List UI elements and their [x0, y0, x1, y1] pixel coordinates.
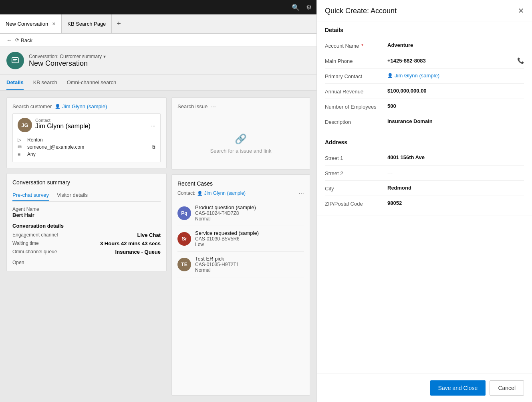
address-section: Address Street 1 4001 156th Ave Street 2… [317, 134, 532, 216]
case-item-2[interactable]: Sr Service requested (sample) CAS-01030-… [177, 226, 304, 252]
top-bar: 🔍 ⚙ [0, 0, 316, 14]
search-issue-label: Search issue [177, 103, 208, 109]
summary-tab-pre-chat[interactable]: Pre-chat survey [12, 190, 49, 201]
main-phone-row: Main Phone +1425-882-8083 📞 [325, 53, 524, 69]
tabs-bar: New Conversation ✕ KB Search Page + [0, 14, 316, 34]
conversation-title-area: Conversation: Customer summary ▾ New Con… [29, 54, 106, 68]
primary-contact-value[interactable]: 👤 Jim Glynn (sample) [387, 73, 524, 79]
primary-contact-row: Primary Contact 👤 Jim Glynn (sample) [325, 69, 524, 84]
zip-label: ZIP/Postal Code [325, 200, 381, 207]
street1-value[interactable]: 4001 156th Ave [387, 154, 524, 160]
contact-name: Jim Glynn (sample) [35, 123, 91, 130]
quick-create-panel: Quick Create: Account ✕ Details Account … [316, 0, 532, 402]
main-phone-value: +1425-882-8083 📞 [387, 57, 524, 64]
description-row: Description Insurance Domain [325, 114, 524, 129]
account-name-row: Account Name * Adventure [325, 38, 524, 53]
contact-link-icon: 👤 [387, 73, 393, 78]
zip-value[interactable]: 98052 [387, 200, 524, 206]
tab-details[interactable]: Details [6, 75, 24, 90]
search-customer-label: Search customer [12, 103, 52, 109]
cancel-button[interactable]: Cancel [490, 380, 524, 396]
recent-cases-title: Recent Cases [177, 180, 304, 187]
panel-footer: Save and Close Cancel [317, 374, 532, 402]
summary-tab-visitor[interactable]: Visitor details [57, 190, 88, 201]
contact-top: JG Contact Jim Glynn (sample) [18, 118, 91, 133]
case-avatar-2: Sr [177, 232, 191, 246]
recent-cases-card: Recent Cases Contact: 👤 Jim Glynn (sampl… [171, 174, 310, 396]
status-label: Open [12, 260, 161, 265]
waiting-value: 3 Hours 42 mins 43 secs [100, 240, 161, 246]
queue-label: Omni-channel queue [12, 249, 57, 255]
tab-add-button[interactable]: + [112, 14, 126, 33]
link-icon: 🔗 [235, 133, 247, 145]
city-value[interactable]: Redmond [387, 185, 524, 191]
dropdown-icon[interactable]: ▾ [103, 54, 106, 59]
search-customer-card: Search customer 👤 Jim Glynn (sample) JG [6, 97, 167, 168]
search-icon[interactable]: 🔍 [292, 4, 300, 11]
conversation-title: New Conversation [29, 59, 106, 68]
search-issue-empty: 🔗 Search for a issue and link [177, 125, 304, 162]
details-section-title: Details [325, 27, 524, 33]
waiting-time-row: Waiting time 3 Hours 42 mins 43 secs [12, 240, 161, 246]
save-and-close-button[interactable]: Save and Close [430, 380, 486, 396]
recent-cases-contact-link[interactable]: Jim Glynn (sample) [204, 190, 246, 196]
conversation-header: Conversation: Customer summary ▾ New Con… [0, 47, 316, 75]
tab-close-icon[interactable]: ✕ [52, 21, 56, 26]
details-section: Details Account Name * Adventure Main Ph… [317, 22, 532, 134]
required-indicator: * [361, 43, 363, 49]
settings-icon[interactable]: ⚙ [306, 4, 312, 11]
street2-label: Street 2 [325, 170, 381, 176]
tab-kb-search-inner[interactable]: KB search [33, 75, 57, 90]
right-column: Search issue --- 🔗 Search for a issue an… [171, 97, 310, 396]
employees-label: Number of Employees [325, 103, 381, 110]
back-arrow-icon[interactable]: ← [6, 37, 12, 43]
main-content: Search customer 👤 Jim Glynn (sample) JG [0, 91, 316, 402]
case-info-1: Product question (sample) CAS-01024-T4D7… [195, 204, 256, 222]
search-issue-row: Search issue --- [177, 103, 304, 109]
contact-email: someone_j@example.com [27, 144, 84, 150]
primary-contact-label: Primary Contact [325, 73, 381, 79]
employees-value[interactable]: 500 [387, 103, 524, 109]
email-icon: ✉ [18, 144, 24, 150]
annual-revenue-value[interactable]: $100,000,000.00 [387, 88, 524, 94]
copy-icon[interactable]: ⧉ [152, 144, 155, 150]
contact-icon: 👤 [55, 104, 60, 109]
description-value[interactable]: Insurance Domain [387, 118, 524, 124]
annual-revenue-row: Annual Revenue $100,000,000.00 [325, 84, 524, 99]
case-item-3[interactable]: TE Test ER pick CAS-01035-H9T2T1 Normal [177, 252, 304, 277]
search-customer-row: Search customer 👤 Jim Glynn (sample) [12, 103, 161, 109]
tab-label: New Conversation [6, 21, 48, 27]
svg-rect-0 [12, 58, 19, 63]
back-button[interactable]: ⟳ Back [15, 37, 32, 43]
conv-details-title: Conversation details [12, 223, 161, 229]
account-name-value[interactable]: Adventure [387, 42, 524, 48]
street2-value[interactable]: --- [387, 170, 524, 176]
customer-link[interactable]: 👤 Jim Glynn (sample) [55, 103, 107, 109]
tab-kb-search[interactable]: KB Search Page [62, 14, 112, 33]
phone-icon[interactable]: 📞 [517, 57, 524, 64]
street2-row: Street 2 --- [325, 166, 524, 181]
street1-label: Street 1 [325, 154, 381, 161]
conv-details-fields: Engagement channel Live Chat Waiting tim… [12, 232, 161, 255]
more-options-icon[interactable]: ··· [151, 123, 155, 129]
recent-cases-more[interactable]: ⋯ [298, 190, 304, 196]
search-issue-placeholder[interactable]: --- [211, 103, 216, 109]
inner-tabs: Details KB search Omni-channel search [0, 75, 316, 91]
contact-header: JG Contact Jim Glynn (sample) ··· [18, 118, 155, 133]
contact-name-col: Contact Jim Glynn (sample) [35, 118, 91, 133]
contact-channel-row: ≡ Any [18, 151, 155, 158]
contact-city-row: ▷ Renton [18, 136, 155, 143]
refresh-icon: ⟳ [15, 37, 19, 43]
summary-tabs: Pre-chat survey Visitor details [12, 190, 161, 202]
tab-omni-channel-search[interactable]: Omni-channel search [67, 75, 117, 90]
search-issue-card: Search issue --- 🔗 Search for a issue an… [171, 97, 310, 170]
employees-row: Number of Employees 500 [325, 99, 524, 114]
tab-new-conversation[interactable]: New Conversation ✕ [0, 14, 62, 33]
location-icon: ▷ [18, 137, 24, 143]
case-item-1[interactable]: Pq Product question (sample) CAS-01024-T… [177, 200, 304, 226]
omni-queue-row: Omni-channel queue Insurance - Queue [12, 249, 161, 255]
panel-close-icon[interactable]: ✕ [518, 6, 524, 15]
back-label: Back [21, 37, 32, 43]
city-label: City [325, 185, 381, 192]
case-info-2: Service requested (sample) CAS-01030-B5V… [195, 230, 259, 247]
